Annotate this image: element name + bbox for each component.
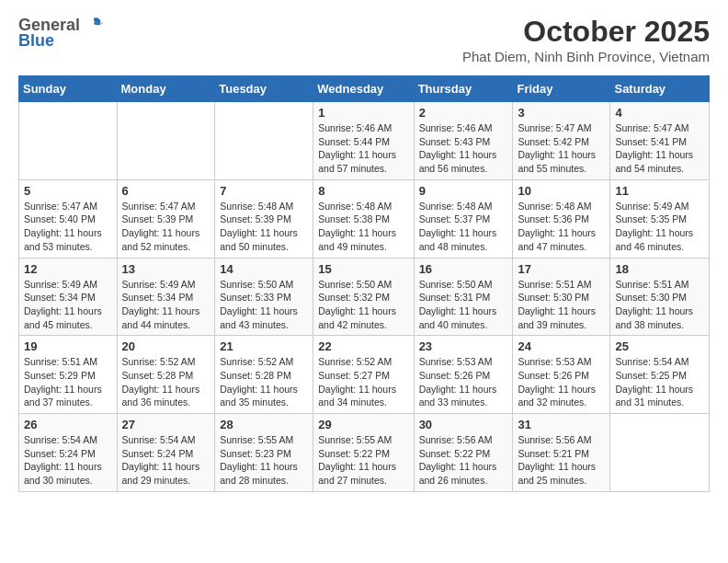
calendar-header-row: SundayMondayTuesdayWednesdayThursdayFrid… [19, 76, 710, 102]
calendar-cell: 30Sunrise: 5:56 AM Sunset: 5:22 PM Dayli… [414, 414, 513, 492]
calendar-cell: 23Sunrise: 5:53 AM Sunset: 5:26 PM Dayli… [414, 336, 513, 414]
day-number: 29 [318, 418, 408, 431]
day-info: Sunrise: 5:47 AM Sunset: 5:40 PM Dayligh… [24, 200, 112, 254]
calendar-cell: 21Sunrise: 5:52 AM Sunset: 5:28 PM Dayli… [215, 336, 313, 414]
day-number: 27 [122, 418, 210, 431]
header-day-wednesday: Wednesday [313, 76, 414, 102]
day-number: 15 [318, 262, 408, 276]
day-number: 14 [220, 262, 308, 276]
day-number: 26 [24, 418, 112, 431]
day-number: 3 [518, 106, 605, 120]
day-info: Sunrise: 5:50 AM Sunset: 5:31 PM Dayligh… [419, 278, 508, 332]
calendar-cell: 5Sunrise: 5:47 AM Sunset: 5:40 PM Daylig… [19, 179, 118, 258]
header-day-sunday: Sunday [19, 76, 118, 102]
calendar-cell: 16Sunrise: 5:50 AM Sunset: 5:31 PM Dayli… [414, 258, 513, 336]
day-info: Sunrise: 5:47 AM Sunset: 5:39 PM Dayligh… [122, 200, 210, 254]
day-number: 30 [419, 418, 508, 431]
day-number: 1 [318, 106, 408, 120]
day-info: Sunrise: 5:51 AM Sunset: 5:30 PM Dayligh… [615, 278, 704, 332]
day-info: Sunrise: 5:54 AM Sunset: 5:24 PM Dayligh… [24, 433, 112, 488]
day-info: Sunrise: 5:52 AM Sunset: 5:28 PM Dayligh… [122, 355, 210, 409]
day-info: Sunrise: 5:48 AM Sunset: 5:36 PM Dayligh… [518, 200, 605, 254]
day-number: 8 [318, 184, 408, 198]
header-day-tuesday: Tuesday [215, 76, 313, 102]
day-info: Sunrise: 5:54 AM Sunset: 5:25 PM Dayligh… [615, 355, 704, 409]
day-number: 13 [122, 262, 210, 276]
calendar-cell: 27Sunrise: 5:54 AM Sunset: 5:24 PM Dayli… [117, 414, 215, 492]
calendar-cell: 2Sunrise: 5:46 AM Sunset: 5:43 PM Daylig… [414, 102, 513, 180]
day-number: 5 [24, 184, 112, 198]
day-info: Sunrise: 5:56 AM Sunset: 5:22 PM Dayligh… [419, 433, 508, 488]
calendar-subtitle: Phat Diem, Ninh Binh Province, Vietnam [462, 49, 710, 64]
calendar-week-1: 1Sunrise: 5:46 AM Sunset: 5:44 PM Daylig… [19, 102, 710, 180]
day-info: Sunrise: 5:49 AM Sunset: 5:35 PM Dayligh… [615, 200, 704, 254]
day-number: 18 [615, 262, 704, 276]
day-number: 31 [518, 418, 605, 431]
calendar-week-3: 12Sunrise: 5:49 AM Sunset: 5:34 PM Dayli… [19, 258, 710, 336]
calendar-cell: 12Sunrise: 5:49 AM Sunset: 5:34 PM Dayli… [19, 258, 118, 336]
calendar-cell: 22Sunrise: 5:52 AM Sunset: 5:27 PM Dayli… [313, 336, 414, 414]
day-info: Sunrise: 5:55 AM Sunset: 5:23 PM Dayligh… [220, 433, 308, 488]
day-info: Sunrise: 5:47 AM Sunset: 5:42 PM Dayligh… [518, 121, 605, 176]
calendar-body: 1Sunrise: 5:46 AM Sunset: 5:44 PM Daylig… [19, 102, 710, 492]
day-number: 12 [24, 262, 112, 276]
header-day-friday: Friday [513, 76, 610, 102]
day-info: Sunrise: 5:50 AM Sunset: 5:32 PM Dayligh… [318, 278, 408, 332]
day-number: 10 [518, 184, 605, 198]
calendar-cell: 29Sunrise: 5:55 AM Sunset: 5:22 PM Dayli… [313, 414, 414, 492]
day-info: Sunrise: 5:49 AM Sunset: 5:34 PM Dayligh… [24, 278, 112, 332]
day-info: Sunrise: 5:51 AM Sunset: 5:30 PM Dayligh… [518, 278, 605, 332]
day-info: Sunrise: 5:56 AM Sunset: 5:21 PM Dayligh… [518, 433, 605, 488]
calendar-cell: 6Sunrise: 5:47 AM Sunset: 5:39 PM Daylig… [117, 179, 215, 258]
calendar-cell [19, 102, 118, 180]
day-info: Sunrise: 5:52 AM Sunset: 5:28 PM Dayligh… [220, 355, 308, 409]
day-number: 2 [419, 106, 508, 120]
day-number: 16 [419, 262, 508, 276]
calendar-cell: 20Sunrise: 5:52 AM Sunset: 5:28 PM Dayli… [117, 336, 215, 414]
calendar-cell: 13Sunrise: 5:49 AM Sunset: 5:34 PM Dayli… [117, 258, 215, 336]
day-number: 24 [518, 339, 605, 353]
day-number: 25 [615, 339, 704, 353]
header-day-thursday: Thursday [414, 76, 513, 102]
calendar-cell: 26Sunrise: 5:54 AM Sunset: 5:24 PM Dayli… [19, 414, 118, 492]
header: General Blue October 2025 Phat Diem, Nin… [18, 15, 710, 64]
day-number: 21 [220, 339, 308, 353]
day-info: Sunrise: 5:52 AM Sunset: 5:27 PM Dayligh… [318, 355, 408, 409]
day-info: Sunrise: 5:50 AM Sunset: 5:33 PM Dayligh… [220, 278, 308, 332]
calendar-cell [117, 102, 215, 180]
calendar-table: SundayMondayTuesdayWednesdayThursdayFrid… [18, 75, 710, 492]
calendar-cell: 31Sunrise: 5:56 AM Sunset: 5:21 PM Dayli… [513, 414, 610, 492]
logo-blue-text: Blue [18, 31, 54, 51]
calendar-week-5: 26Sunrise: 5:54 AM Sunset: 5:24 PM Dayli… [19, 414, 710, 492]
calendar-cell: 17Sunrise: 5:51 AM Sunset: 5:30 PM Dayli… [513, 258, 610, 336]
calendar-cell [610, 414, 710, 492]
day-number: 28 [220, 418, 308, 431]
day-info: Sunrise: 5:54 AM Sunset: 5:24 PM Dayligh… [122, 433, 210, 488]
calendar-week-4: 19Sunrise: 5:51 AM Sunset: 5:29 PM Dayli… [19, 336, 710, 414]
day-info: Sunrise: 5:48 AM Sunset: 5:37 PM Dayligh… [419, 200, 508, 254]
day-number: 17 [518, 262, 605, 276]
day-info: Sunrise: 5:53 AM Sunset: 5:26 PM Dayligh… [419, 355, 508, 409]
day-number: 4 [615, 106, 704, 120]
calendar-week-2: 5Sunrise: 5:47 AM Sunset: 5:40 PM Daylig… [19, 179, 710, 258]
calendar-cell: 4Sunrise: 5:47 AM Sunset: 5:41 PM Daylig… [610, 102, 710, 180]
day-number: 11 [615, 184, 704, 198]
day-info: Sunrise: 5:46 AM Sunset: 5:44 PM Dayligh… [318, 121, 408, 176]
day-info: Sunrise: 5:48 AM Sunset: 5:38 PM Dayligh… [318, 200, 408, 254]
title-area: October 2025 Phat Diem, Ninh Binh Provin… [462, 15, 710, 64]
day-info: Sunrise: 5:48 AM Sunset: 5:39 PM Dayligh… [220, 200, 308, 254]
logo-bird-icon [84, 15, 104, 35]
calendar-cell: 10Sunrise: 5:48 AM Sunset: 5:36 PM Dayli… [513, 179, 610, 258]
day-info: Sunrise: 5:49 AM Sunset: 5:34 PM Dayligh… [122, 278, 210, 332]
calendar-cell: 25Sunrise: 5:54 AM Sunset: 5:25 PM Dayli… [610, 336, 710, 414]
day-info: Sunrise: 5:55 AM Sunset: 5:22 PM Dayligh… [318, 433, 408, 488]
day-number: 20 [122, 339, 210, 353]
calendar-cell: 24Sunrise: 5:53 AM Sunset: 5:26 PM Dayli… [513, 336, 610, 414]
calendar-cell: 11Sunrise: 5:49 AM Sunset: 5:35 PM Dayli… [610, 179, 710, 258]
logo: General Blue [18, 15, 104, 51]
day-info: Sunrise: 5:51 AM Sunset: 5:29 PM Dayligh… [24, 355, 112, 409]
calendar-cell: 8Sunrise: 5:48 AM Sunset: 5:38 PM Daylig… [313, 179, 414, 258]
calendar-cell: 15Sunrise: 5:50 AM Sunset: 5:32 PM Dayli… [313, 258, 414, 336]
day-number: 7 [220, 184, 308, 198]
calendar-cell: 28Sunrise: 5:55 AM Sunset: 5:23 PM Dayli… [215, 414, 313, 492]
